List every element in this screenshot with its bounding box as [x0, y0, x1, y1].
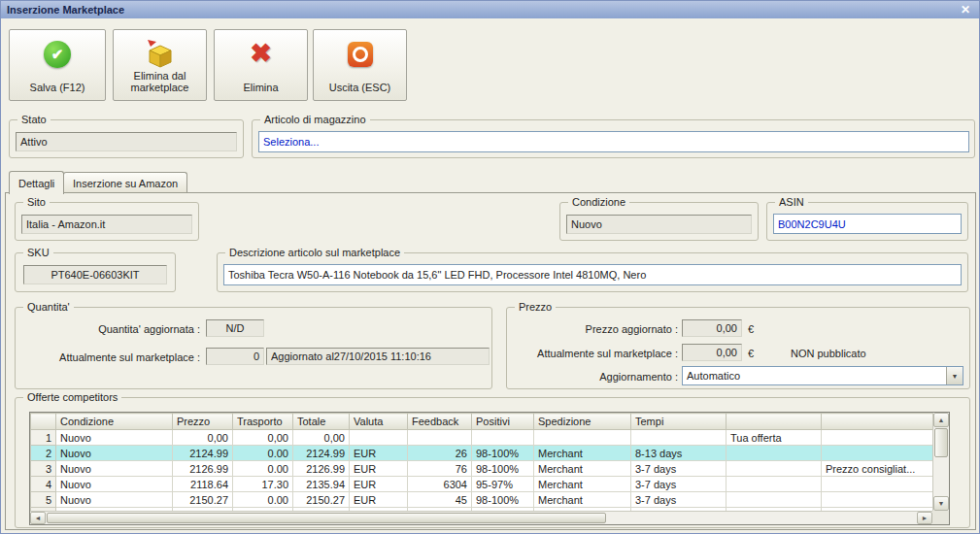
close-icon[interactable]: ✕ — [958, 3, 973, 17]
cell[interactable] — [727, 492, 822, 508]
vertical-scroll-track[interactable] — [933, 458, 949, 496]
column-header[interactable]: Tempi — [631, 414, 727, 430]
cell[interactable]: EUR — [350, 477, 408, 492]
cell[interactable]: 0.00 — [233, 461, 293, 477]
table-row[interactable]: 5Nuovo2150.270.002150.27EUR4598-100%Merc… — [31, 492, 933, 508]
cell[interactable]: 0,00 — [173, 430, 233, 446]
cell[interactable]: 3-7 days — [631, 461, 727, 477]
column-header[interactable] — [727, 414, 822, 430]
row-number[interactable]: 1 — [31, 430, 56, 446]
cell[interactable]: Nuovo — [56, 477, 173, 492]
cell[interactable]: Nuovo — [56, 446, 173, 461]
column-header[interactable] — [822, 414, 933, 430]
tab-inserzione-amazon[interactable]: Inserzione su Amazon — [63, 172, 187, 193]
cell[interactable]: 76 — [408, 461, 472, 477]
column-header[interactable]: Positivi — [472, 414, 534, 430]
descrizione-field[interactable]: Toshiba Tecra W50-A-116 Notebook da 15,6… — [223, 264, 962, 285]
cell[interactable]: 2150.27 — [173, 492, 233, 508]
cell[interactable]: 2126.99 — [173, 461, 233, 477]
title-bar[interactable]: Inserzione Marketplace ✕ — [1, 1, 979, 18]
cell[interactable] — [350, 430, 408, 446]
cell[interactable] — [727, 446, 822, 461]
cell[interactable]: 3-7 days — [631, 492, 727, 508]
cell[interactable]: 2118.64 — [173, 477, 233, 492]
table-row[interactable]: 3Nuovo2126.990.002126.99EUR7698-100%Merc… — [31, 461, 933, 477]
cell[interactable]: 0,00 — [233, 430, 293, 446]
column-header[interactable]: Feedback — [408, 414, 472, 430]
column-header[interactable]: Totale — [293, 414, 350, 430]
cell[interactable]: EUR — [350, 461, 408, 477]
cell[interactable] — [631, 430, 727, 446]
cell[interactable] — [822, 492, 933, 508]
cell[interactable]: Nuovo — [56, 430, 173, 446]
scroll-right-button[interactable]: ► — [917, 512, 932, 524]
cell[interactable] — [472, 430, 534, 446]
cell[interactable] — [408, 430, 472, 446]
table-vertical-scrollbar[interactable]: ▲ ▼ — [932, 413, 949, 511]
column-header[interactable] — [31, 414, 56, 430]
aggiornamento-select[interactable]: Automatico ▼ — [682, 366, 963, 385]
cell[interactable]: 2124.99 — [173, 446, 233, 461]
cell[interactable]: Nuovo — [56, 492, 173, 508]
cell[interactable]: Nuovo — [56, 461, 173, 477]
tab-dettagli[interactable]: Dettagli — [9, 171, 64, 194]
scroll-left-button[interactable]: ◄ — [30, 512, 46, 524]
cell[interactable]: 2150.27 — [293, 492, 350, 508]
scroll-up-button[interactable]: ▲ — [933, 413, 949, 427]
cell[interactable]: Tua offerta — [727, 430, 822, 446]
cell[interactable]: 26 — [408, 446, 472, 461]
horizontal-scroll-track[interactable] — [607, 512, 917, 524]
articolo-magazzino-field[interactable]: Seleziona... — [258, 131, 969, 152]
cell[interactable] — [534, 430, 631, 446]
cell[interactable] — [822, 430, 933, 446]
cell[interactable] — [822, 446, 933, 461]
cell[interactable]: 98-100% — [472, 446, 534, 461]
column-header[interactable]: Prezzo — [173, 414, 233, 430]
asin-field[interactable]: B00N2C9U4U — [773, 214, 962, 234]
cell[interactable]: 0.00 — [233, 446, 293, 461]
column-header[interactable]: Valuta — [350, 414, 408, 430]
cell[interactable]: Merchant — [534, 477, 631, 492]
table-horizontal-scrollbar[interactable]: ◄ ► — [30, 511, 932, 524]
cell[interactable]: 95-97% — [472, 477, 534, 492]
cell[interactable]: 98-100% — [472, 492, 534, 508]
cell[interactable]: 3-7 days — [631, 477, 727, 492]
cell[interactable]: Merchant — [534, 446, 631, 461]
cell[interactable]: 8-13 days — [631, 446, 727, 461]
row-number[interactable]: 5 — [31, 492, 56, 508]
cell[interactable]: EUR — [350, 492, 408, 508]
cell[interactable]: Prezzo consigliat... — [822, 461, 933, 477]
cell[interactable]: 45 — [408, 492, 472, 508]
row-number[interactable]: 3 — [31, 461, 56, 477]
row-number[interactable]: 4 — [31, 477, 56, 492]
column-header[interactable]: Spedizione — [534, 414, 631, 430]
cell[interactable]: 2135.94 — [293, 477, 350, 492]
row-number[interactable]: 2 — [31, 446, 56, 461]
delete-button[interactable]: ✖ Elimina — [214, 29, 308, 101]
vertical-scroll-thumb[interactable] — [934, 428, 948, 457]
table-row[interactable]: 1Nuovo0,000,000,00Tua offerta — [31, 430, 933, 446]
save-button[interactable]: ✔ Salva (F12) — [9, 29, 106, 101]
cell[interactable]: EUR — [350, 446, 408, 461]
cell[interactable]: 0.00 — [233, 492, 293, 508]
column-header[interactable]: Trasporto — [233, 414, 293, 430]
column-header[interactable]: Condizione — [56, 414, 173, 430]
scroll-down-button[interactable]: ▼ — [933, 496, 949, 511]
cell[interactable]: 2124.99 — [293, 446, 350, 461]
cell[interactable]: 6304 — [408, 477, 472, 492]
cell[interactable]: 0,00 — [293, 430, 350, 446]
table-row[interactable]: 2Nuovo2124.990.002124.99EUR2698-100%Merc… — [31, 446, 933, 461]
horizontal-scroll-thumb[interactable] — [47, 513, 606, 523]
cell[interactable] — [822, 477, 933, 492]
delete-from-marketplace-button[interactable]: Elimina dal marketplace — [113, 29, 207, 101]
cell[interactable]: 17.30 — [233, 477, 293, 492]
dropdown-arrow-icon[interactable]: ▼ — [946, 367, 963, 384]
table-row[interactable]: 4Nuovo2118.6417.302135.94EUR630495-97%Me… — [31, 477, 933, 492]
cell[interactable] — [727, 461, 822, 477]
exit-button[interactable]: Uscita (ESC) — [313, 29, 407, 101]
cell[interactable]: Merchant — [534, 492, 631, 508]
cell[interactable]: Merchant — [534, 461, 631, 477]
cell[interactable] — [727, 477, 822, 492]
cell[interactable]: 2126.99 — [293, 461, 350, 477]
cell[interactable]: 98-100% — [472, 461, 534, 477]
